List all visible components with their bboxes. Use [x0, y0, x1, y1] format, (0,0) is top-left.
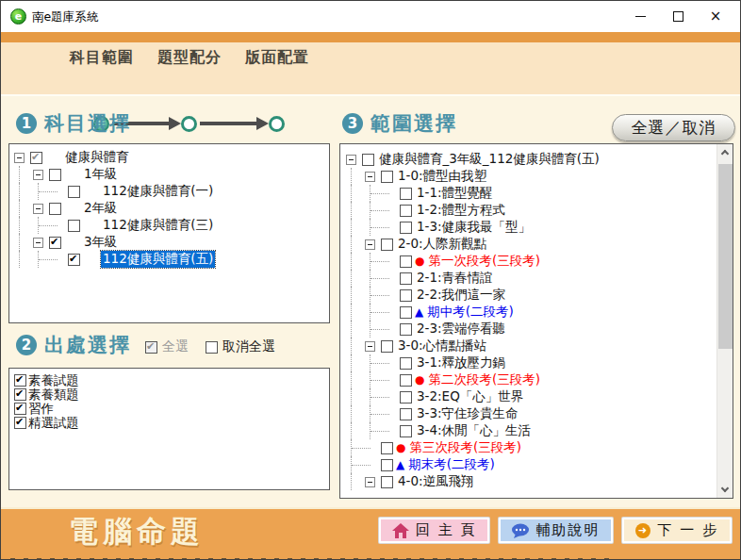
- tree-checkbox[interactable]: [381, 239, 393, 251]
- tree-item-label[interactable]: 3年級: [82, 234, 120, 251]
- tree-connector: [52, 183, 68, 200]
- tree-checkbox[interactable]: [381, 459, 393, 471]
- scroll-up-button[interactable]: [717, 144, 733, 160]
- tree-connector: [384, 405, 400, 422]
- app-logo-icon: e: [10, 8, 26, 25]
- tree-item-label[interactable]: 3-0:心情點播站: [396, 338, 488, 354]
- tree-expand-toggle[interactable]: [33, 204, 43, 214]
- exam-triangle-marker: ▲: [415, 305, 423, 319]
- tree-checkbox[interactable]: [381, 476, 393, 488]
- tree-checkbox[interactable]: [400, 425, 412, 437]
- source-list-item[interactable]: 精選試題: [14, 416, 329, 430]
- tree-row: 112健康與體育(五): [14, 251, 329, 268]
- tree-checkbox[interactable]: [68, 186, 80, 198]
- source-list-item[interactable]: 素養類題: [14, 387, 329, 402]
- tree-expand-toggle[interactable]: [33, 170, 43, 180]
- tree-row: ●第三次段考(三段考): [346, 439, 733, 456]
- maximize-button[interactable]: [659, 1, 697, 31]
- tree-checkbox[interactable]: [68, 220, 80, 232]
- tree-item-label[interactable]: 2年級: [82, 200, 120, 217]
- source-item-checkbox[interactable]: [14, 403, 26, 415]
- tree-item-label[interactable]: 第三次段考(三段考): [407, 439, 523, 456]
- tree-item-label[interactable]: 4-0:逆風飛翔: [396, 473, 476, 490]
- tree-checkbox[interactable]: [400, 323, 412, 336]
- scrollbar-thumb[interactable]: [718, 164, 733, 349]
- tree-item-label[interactable]: 112健康與體育(五): [101, 251, 215, 268]
- tree-item-label[interactable]: 3-4:休閒「心」生活: [415, 422, 533, 439]
- tree-checkbox[interactable]: [49, 237, 61, 249]
- tree-checkbox[interactable]: [381, 171, 393, 183]
- deselect-all-checkbox[interactable]: [206, 341, 218, 354]
- tree-checkbox[interactable]: [362, 154, 374, 166]
- tree-item-label[interactable]: 2-3:雲端停看聽: [415, 321, 507, 338]
- tree-expand-toggle[interactable]: [14, 153, 25, 163]
- tree-expand-toggle[interactable]: [365, 172, 375, 182]
- deselect-all-control[interactable]: 取消全選: [206, 338, 275, 355]
- tree-expand-toggle[interactable]: [33, 238, 43, 248]
- tree-item-label[interactable]: 期末考(二段考): [406, 456, 497, 473]
- tree-row: 3年級: [14, 234, 329, 251]
- tree-item-label[interactable]: 健康與體育_3年級_112健康與體育(五): [377, 151, 601, 168]
- tree-checkbox[interactable]: [400, 391, 412, 404]
- tree-checkbox[interactable]: [400, 255, 412, 268]
- tree-checkbox[interactable]: [400, 222, 412, 234]
- tree-item-label[interactable]: 2-0:人際新觀點: [396, 236, 488, 253]
- next-step-button[interactable]: ➜ 下 一 步: [622, 518, 732, 543]
- close-button[interactable]: ×: [697, 1, 734, 31]
- tree-checkbox[interactable]: [400, 289, 412, 302]
- tree-checkbox[interactable]: [400, 188, 412, 200]
- tree-item-label[interactable]: 1年級: [82, 166, 120, 183]
- tree-connector: [384, 185, 400, 202]
- tree-checkbox[interactable]: [400, 272, 412, 285]
- select-all-checkbox[interactable]: [145, 341, 157, 354]
- accent-stripe: [1, 32, 740, 42]
- scroll-down-button[interactable]: [717, 482, 733, 498]
- source-item-checkbox[interactable]: [14, 374, 26, 387]
- tree-item-label[interactable]: 期中考(二段考): [425, 304, 516, 321]
- tree-item-label[interactable]: 第一次段考(三段考): [426, 253, 542, 270]
- tree-checkbox[interactable]: [30, 152, 42, 164]
- tree-expand-toggle[interactable]: [365, 477, 375, 487]
- tree-expand-toggle[interactable]: [346, 155, 356, 165]
- tree-item-label[interactable]: 第二次段考(三段考): [426, 371, 542, 388]
- tree-checkbox[interactable]: [68, 254, 80, 266]
- tree-checkbox[interactable]: [49, 203, 61, 215]
- tree-checkbox[interactable]: [49, 169, 61, 181]
- source-item-checkbox[interactable]: [14, 417, 26, 429]
- tree-item-label[interactable]: 1-1:體型覺醒: [415, 185, 495, 202]
- tree-checkbox[interactable]: [381, 340, 393, 353]
- tree-row: 3-3:守住珍貴生命: [346, 405, 733, 422]
- help-button[interactable]: 輔助說明: [499, 518, 613, 543]
- tree-item-label[interactable]: 112健康與體育(一): [101, 183, 215, 200]
- tree-guide-line: [346, 321, 365, 338]
- tree-guide-line: [346, 388, 365, 405]
- tree-row: 1-0:體型由我塑: [346, 168, 733, 185]
- tree-item-label[interactable]: 2-2:我們這一家: [415, 287, 507, 304]
- source-item-checkbox[interactable]: [14, 388, 26, 401]
- vertical-scrollbar[interactable]: [716, 144, 733, 498]
- tree-item-label[interactable]: 3-2:EQ「心」世界: [415, 388, 525, 405]
- tree-checkbox[interactable]: [400, 306, 412, 319]
- select-all-toggle-button[interactable]: 全選／取消: [612, 114, 735, 141]
- home-button[interactable]: 回 主 頁: [379, 518, 490, 543]
- tree-item-label[interactable]: 1-3:健康我最「型」: [415, 219, 533, 236]
- tree-item-label[interactable]: 健康與體育: [63, 149, 131, 166]
- tree-item-label[interactable]: 2-1:青春情誼: [415, 270, 495, 287]
- tree-guide-line: [14, 183, 33, 200]
- tree-item-label[interactable]: 1-2:體型方程式: [415, 202, 507, 219]
- tree-item-label[interactable]: 3-3:守住珍貴生命: [415, 405, 520, 422]
- tree-row: 2-0:人際新觀點: [346, 236, 733, 253]
- tree-item-label[interactable]: 112健康與體育(三): [101, 217, 215, 234]
- tree-item-label[interactable]: 1-0:體型由我塑: [396, 168, 488, 185]
- tree-expand-toggle[interactable]: [365, 341, 375, 352]
- minimize-button[interactable]: [621, 1, 659, 31]
- tree-checkbox[interactable]: [400, 408, 412, 420]
- tree-checkbox[interactable]: [400, 374, 412, 387]
- tree-expand-toggle[interactable]: [365, 239, 375, 250]
- tree-checkbox[interactable]: [400, 205, 412, 217]
- tree-item-label[interactable]: 3-1:釋放壓力鍋: [415, 354, 507, 371]
- tree-checkbox[interactable]: [400, 357, 412, 370]
- tree-checkbox[interactable]: [381, 442, 393, 454]
- select-all-control[interactable]: 全選: [145, 338, 189, 355]
- step-circle-2: [181, 116, 197, 132]
